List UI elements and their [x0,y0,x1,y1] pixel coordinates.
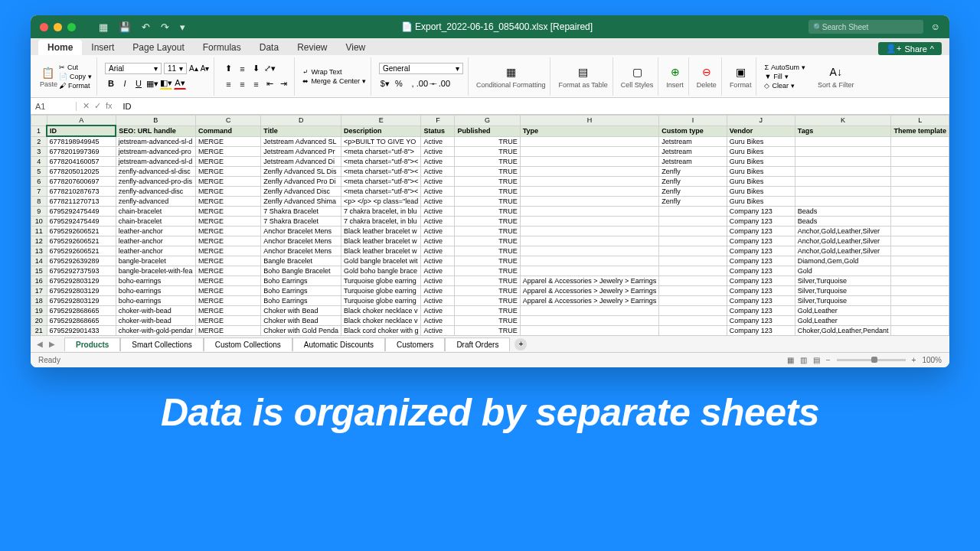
search-input[interactable]: 🔍 Search Sheet [808,20,923,34]
sheet-tab-custom-collections[interactable]: Custom Collections [204,337,292,351]
cell[interactable] [891,246,949,256]
cell[interactable]: Anchor Bracelet Mens [261,246,341,256]
cell[interactable]: 6795292606521 [47,236,116,246]
user-icon[interactable]: ☺ [931,21,940,32]
cell[interactable]: Black choker necklace v [341,306,421,316]
cell[interactable] [520,266,659,276]
cell[interactable]: Gold,Leather [795,306,891,316]
cell[interactable]: Company 123 [727,266,795,276]
formula-input[interactable]: ID [119,102,136,111]
cell[interactable] [659,256,727,266]
cell[interactable]: Guru Bikes [727,157,795,167]
redo-icon[interactable]: ↷ [161,21,169,33]
save-icon[interactable]: 💾 [119,21,131,33]
cell[interactable]: MERGE [195,276,260,286]
row-header[interactable]: 20 [31,316,47,326]
view-break-icon[interactable]: ▤ [813,356,820,364]
undo-icon[interactable]: ↶ [142,21,150,33]
cell[interactable]: MERGE [195,177,260,187]
font-size-select[interactable]: 11▾ [164,63,187,74]
cell[interactable] [520,147,659,157]
cell[interactable]: Active [421,157,455,167]
dec-dec-icon[interactable]: ←.00 [434,77,446,90]
cell[interactable] [891,217,949,227]
header-cell[interactable]: ID [47,126,116,136]
cell[interactable] [659,326,727,336]
align-center-icon[interactable]: ≡ [236,78,248,90]
close-icon[interactable] [40,23,48,31]
cell[interactable]: Company 123 [727,207,795,217]
cell[interactable]: TRUE [455,157,520,167]
row-header[interactable]: 6 [31,177,47,187]
cell[interactable] [891,157,949,167]
cell[interactable]: TRUE [455,316,520,326]
zoom-out-icon[interactable]: − [826,356,831,364]
col-header[interactable]: B [116,116,195,126]
cell[interactable]: Active [421,207,455,217]
number-format-select[interactable]: General▾ [379,63,463,74]
cell[interactable] [795,157,891,167]
cell[interactable] [891,207,949,217]
align-top-icon[interactable]: ⬆ [222,63,234,75]
sheet-tab-automatic-discounts[interactable]: Automatic Discounts [292,337,385,351]
merge-center-button[interactable]: ⬌ Merge & Center ▾ [302,77,366,85]
cell[interactable]: TRUE [455,246,520,256]
cell[interactable]: Company 123 [727,256,795,266]
cell[interactable]: 6778198949945 [47,136,116,147]
cell[interactable]: 6795292868665 [47,316,116,326]
cell[interactable]: Active [421,227,455,236]
cell[interactable]: Zenfly Advanced SL Dis [261,167,341,177]
cell[interactable]: Zenfly Advanced Pro Di [261,177,341,187]
cell[interactable]: <p> </p> <p class="lead [341,197,421,207]
cell[interactable]: zenfly-advanced [116,197,195,207]
cell[interactable]: TRUE [455,306,520,316]
cell[interactable]: Apparel & Accessories > Jewelry > Earrin… [520,296,659,306]
cell[interactable]: Active [421,246,455,256]
cell[interactable]: TRUE [455,217,520,227]
cell[interactable] [520,227,659,236]
paste-button[interactable]: 📋Paste [40,65,57,88]
cell[interactable]: Boho Earrings [261,296,341,306]
cell[interactable]: Gold [795,266,891,276]
cell[interactable]: jetstream-advanced-pro [116,147,195,157]
sort-filter-button[interactable]: A↓Sort & Filter [813,57,859,96]
orientation-icon[interactable]: ⤢▾ [263,63,276,75]
cell[interactable]: Active [421,147,455,157]
cell[interactable]: Black choker necklace v [341,316,421,326]
cell[interactable]: 6778204160057 [47,157,116,167]
cell[interactable]: Black cord choker with g [341,326,421,336]
row-header[interactable]: 14 [31,256,47,266]
cell[interactable]: Active [421,236,455,246]
cell[interactable] [659,246,727,256]
cell[interactable]: zenfly-advanced-disc [116,187,195,197]
cell[interactable] [520,177,659,187]
cell[interactable]: MERGE [195,266,260,276]
cell[interactable]: Beads [795,217,891,227]
header-cell[interactable]: Vendor [727,126,795,136]
cell[interactable]: 7 Shakra Bracelet [261,207,341,217]
cell[interactable]: Apparel & Accessories > Jewelry > Earrin… [520,286,659,296]
indent-dec-icon[interactable]: ⇤ [263,78,276,90]
cell[interactable]: Active [421,217,455,227]
cell[interactable]: Turquoise globe earring [341,296,421,306]
cell[interactable]: TRUE [455,266,520,276]
cell[interactable]: Black leather bracelet w [341,236,421,246]
fill-color-button[interactable]: ◧▾ [160,77,172,90]
cell[interactable]: TRUE [455,256,520,266]
cell[interactable]: Gold boho bangle brace [341,266,421,276]
header-cell[interactable]: Type [520,126,659,136]
tab-formulas[interactable]: Formulas [194,40,250,55]
cell[interactable]: MERGE [195,207,260,217]
col-header[interactable]: F [421,116,455,126]
col-header[interactable]: E [341,116,421,126]
cell[interactable] [659,217,727,227]
indent-inc-icon[interactable]: ⇥ [277,78,289,90]
cell[interactable]: Anchor,Gold,Leather,Silver [795,227,891,236]
cell[interactable] [891,177,949,187]
cell[interactable]: Company 123 [727,326,795,336]
cell[interactable] [891,276,949,286]
cell[interactable] [520,157,659,167]
cell[interactable]: Turquoise globe earring [341,286,421,296]
row-header[interactable]: 21 [31,326,47,336]
cell[interactable]: TRUE [455,197,520,207]
